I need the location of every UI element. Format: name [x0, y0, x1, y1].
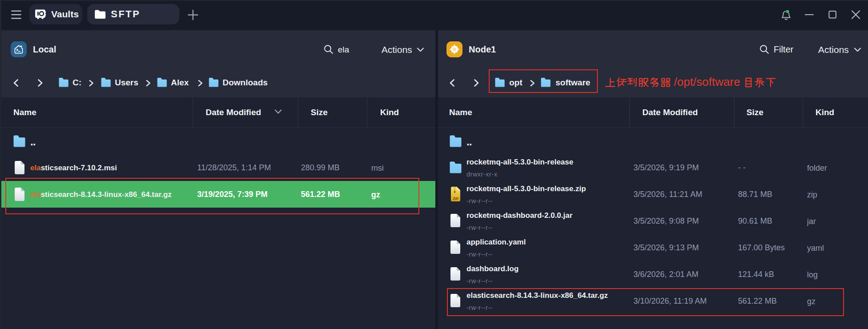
svg-text:ZIP: ZIP: [453, 197, 459, 201]
